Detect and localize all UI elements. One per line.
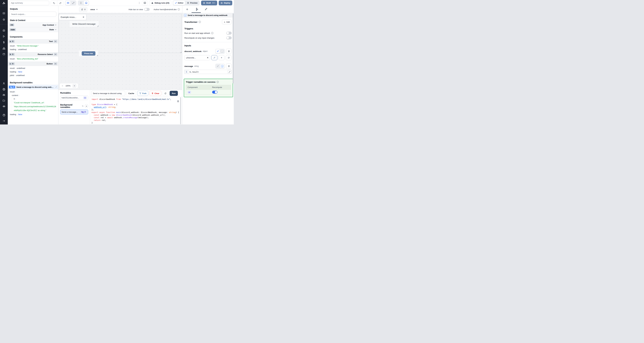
collapse-chevron-up-icon[interactable] [54, 62, 57, 65]
text-component[interactable]: Write Discord message: [70, 21, 99, 27]
app-summary-input[interactable] [9, 1, 49, 5]
fork-button[interactable]: Fork [137, 91, 148, 96]
collapse-sidebar-arrow-icon[interactable] [0, 119, 8, 123]
editor-refresh-button[interactable] [162, 91, 168, 96]
resize-handle[interactable] [97, 55, 98, 56]
info-icon[interactable]: i [178, 8, 180, 10]
center-layout-button[interactable] [66, 1, 70, 5]
static-pencil-button[interactable] [216, 49, 220, 53]
hide-bar-toggle[interactable] [144, 8, 150, 11]
copy-code-icon[interactable] [177, 100, 179, 102]
resize-handle[interactable] [97, 26, 98, 26]
code-scrollbar[interactable] [180, 97, 181, 124]
zoom-out-button[interactable]: − [61, 84, 64, 87]
variables-icon[interactable] [0, 40, 8, 44]
edit-pencil-icon[interactable] [55, 86, 57, 88]
insert-component-tab-icon[interactable] [186, 8, 188, 10]
search-icon[interactable] [82, 105, 84, 107]
connect-plug-button[interactable] [226, 48, 232, 54]
run-on-start-toggle[interactable] [226, 32, 232, 34]
resize-handle[interactable] [180, 52, 182, 53]
component-a-header[interactable]: a Text [8, 39, 58, 44]
debug-runs-button[interactable]: Debug runs (23) [149, 0, 171, 5]
deploy-button[interactable]: Deploy [219, 0, 232, 5]
press-me-button[interactable]: Press me [82, 51, 96, 56]
undo-button[interactable] [51, 1, 57, 5]
add-transformer-button[interactable]: + Add [222, 20, 232, 24]
connect-plug-button[interactable] [226, 64, 232, 69]
add-bg-runnable-button[interactable]: + [85, 104, 88, 108]
tab-preview[interactable]: Preview [185, 1, 199, 5]
app-grid-container: Write Discord message: Example resou... … [58, 14, 182, 53]
tab-preview-label: Preview [190, 2, 197, 4]
info-icon[interactable]: i [199, 21, 201, 23]
ctx-row[interactable]: ctx App Context [8, 22, 58, 27]
runs-icon[interactable] [0, 34, 8, 38]
run-button[interactable]: Run [170, 91, 178, 96]
help-icon[interactable] [0, 113, 8, 117]
button-component-container[interactable]: Press me [79, 50, 98, 56]
state-badge: state [10, 28, 16, 31]
redo-button[interactable] [57, 1, 63, 5]
app-canvas[interactable]: Write Discord message: Example resou... … [58, 13, 182, 90]
audit-eye-icon[interactable] [0, 104, 8, 108]
selected-runnable-header: f Send a message to discord using webhoo… [182, 13, 234, 18]
pointer-hand-icon [12, 63, 14, 65]
tab-editor[interactable]: Editor [173, 1, 185, 5]
discord-webhook-value-select[interactable]: u/henri/te... ✕ [184, 55, 210, 60]
mobile-view-button[interactable] [78, 1, 83, 5]
message-expr-editor[interactable]: 1 b.result [184, 70, 232, 74]
component-c-header[interactable]: c Button [8, 62, 58, 66]
bg-runnable-item-badge: bg_0 [80, 110, 87, 113]
eval-f-button[interactable]: f [220, 49, 224, 53]
clear-x-icon[interactable]: ✕ [207, 56, 208, 59]
runnable-item[interactable]: hub/1511/discord/se... c [60, 96, 88, 100]
cache-button[interactable]: Cache [126, 91, 136, 96]
right-panel-scrollbar[interactable] [233, 14, 234, 84]
bg0-header[interactable]: bg_0 Send a message to discord using web… [8, 85, 58, 89]
resources-icon[interactable] [0, 46, 8, 51]
refresh-mode-dropdown[interactable]: once [90, 8, 98, 10]
draft-button[interactable]: Draft ⌘S [201, 0, 217, 5]
bg-runnable-item-selected[interactable]: Send a message... bg_0 [60, 110, 88, 114]
windmill-logo-icon[interactable] [0, 1, 8, 5]
info-icon[interactable]: i [216, 81, 219, 83]
component-b-header[interactable]: b Resource Select [8, 52, 58, 56]
apps-icon[interactable] [0, 11, 8, 16]
recompute-c-toggle[interactable] [212, 91, 218, 94]
users-icon[interactable] [0, 81, 8, 86]
clear-x-icon[interactable]: ✕ [82, 16, 84, 18]
search-outputs-input[interactable] [9, 12, 56, 17]
add-resource-button[interactable]: + [218, 55, 224, 60]
component-settings-tab-icon[interactable] [195, 8, 198, 11]
resource-select-component[interactable]: Example resou... ✕ [59, 14, 86, 20]
info-icon[interactable]: i [211, 32, 213, 34]
favorites-star-icon[interactable] [0, 17, 8, 22]
static-pencil-button[interactable] [216, 64, 220, 68]
eval-f-button[interactable]: f [220, 64, 224, 68]
styling-brush-tab-icon[interactable] [205, 8, 207, 10]
code-editor[interactable]: import discordwebhook from "https://deno… [90, 97, 182, 124]
folders-icon[interactable] [0, 98, 8, 103]
docs-book-button[interactable] [142, 0, 148, 5]
fullscreen-button[interactable] [71, 1, 76, 5]
settings-gear-icon[interactable] [0, 87, 8, 92]
runnable-name-input[interactable]: Send a message to discord using [91, 91, 125, 96]
schedules-icon[interactable] [0, 52, 8, 56]
reload-resource-button[interactable] [226, 55, 232, 60]
code-line: import discordwebhook from "https://deno… [92, 98, 179, 100]
zoom-in-button[interactable]: + [72, 84, 76, 88]
edit-resource-button[interactable] [212, 55, 217, 60]
collapse-chevron-up-icon[interactable] [54, 53, 57, 56]
more-menu-icon[interactable]: ⋮ [138, 2, 140, 4]
state-row[interactable]: state State [8, 27, 58, 32]
refresh-count-button[interactable]: 0 [79, 7, 87, 12]
collapse-chevron-up-icon[interactable] [54, 40, 57, 43]
home-icon[interactable] [0, 28, 8, 32]
expand-editor-icon[interactable] [228, 70, 231, 74]
workers-icon[interactable] [0, 93, 8, 97]
clear-button[interactable]: Clear [150, 91, 161, 96]
recompute-toggle[interactable] [226, 36, 232, 39]
desktop-view-button[interactable] [84, 1, 89, 5]
output-row: result: [8, 90, 58, 94]
